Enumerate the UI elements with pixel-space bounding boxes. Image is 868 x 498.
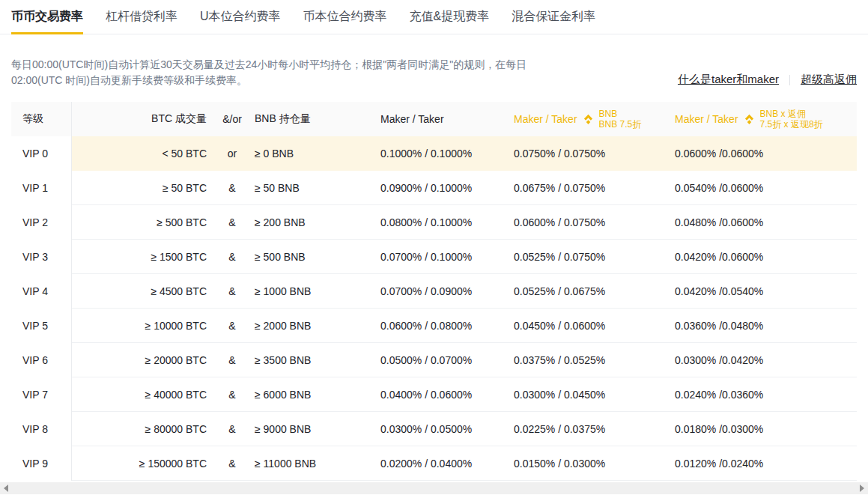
btc-volume-cell: ≥ 40000 BTC — [72, 389, 216, 401]
maker-taker-fee-cell: 0.0800% / 0.1000% — [374, 216, 508, 228]
maker-taker-fee-cell: 0.0400% / 0.0600% — [374, 389, 508, 401]
tab-portfolio-margin-rate[interactable]: 混合保证金利率 — [512, 0, 595, 34]
header-maker-taker: Maker / Taker — [374, 113, 508, 125]
header-btc-volume: BTC 成交量 — [72, 112, 216, 126]
table-row: VIP 3 ≥ 1500 BTC & ≥ 500 BNB 0.0700% / 0… — [11, 240, 857, 274]
bnb-holding-cell: ≥ 1000 BNB — [249, 285, 374, 297]
tab-spot-fee[interactable]: 币币交易费率 — [11, 0, 83, 34]
table-row: VIP 1 ≥ 50 BTC & ≥ 50 BNB 0.0900% / 0.10… — [11, 171, 857, 205]
bnb-discount-fee-cell: 0.0525% / 0.0750% — [508, 251, 669, 263]
scroll-left-arrow[interactable] — [0, 482, 12, 494]
and-or-cell: & — [216, 423, 249, 435]
bnb-holding-cell: ≥ 3500 BNB — [249, 354, 374, 366]
vip-level-cell: VIP 0 — [11, 136, 72, 171]
and-or-cell: or — [216, 136, 249, 171]
maker-taker-label: Maker / Taker — [514, 113, 577, 125]
bnb-rebate-fee-cell: 0.0420% /0.0600% — [669, 251, 857, 263]
bnb-holding-cell: ≥ 0 BNB — [249, 136, 374, 171]
bnb-discount-fee-cell: 0.0600% / 0.0750% — [508, 216, 669, 228]
header-and-or: &/or — [216, 113, 249, 125]
tab-deposit-withdraw-fee[interactable]: 充值&提现费率 — [410, 0, 490, 34]
bnb-rebate-fee-cell: 0.0360% /0.0480% — [669, 320, 857, 332]
maker-taker-fee-cell: 0.1000% / 0.1000% — [374, 136, 508, 171]
table-body: VIP 0 < 50 BTC or ≥ 0 BNB 0.1000% / 0.10… — [11, 136, 857, 481]
maker-taker-fee-cell: 0.0300% / 0.0500% — [374, 423, 508, 435]
scroll-right-arrow[interactable] — [856, 482, 868, 494]
maker-taker-label: Maker / Taker — [675, 113, 738, 125]
bnb-holding-cell: ≥ 11000 BNB — [249, 458, 374, 470]
btc-volume-cell: < 50 BTC — [72, 136, 216, 171]
and-or-cell: & — [216, 389, 249, 401]
btc-volume-cell: ≥ 4500 BTC — [72, 285, 216, 297]
bnb-holding-cell: ≥ 2000 BNB — [249, 320, 374, 332]
fee-rule-description: 每日00:00(UTC时间)自动计算近30天交易量及过去24小时每小时平均持仓；… — [11, 57, 535, 88]
table-row: VIP 5 ≥ 10000 BTC & ≥ 2000 BNB 0.0600% /… — [11, 309, 857, 343]
vip-level-cell: VIP 4 — [11, 274, 72, 309]
vip-level-cell: VIP 2 — [11, 205, 72, 240]
bnb-holding-cell: ≥ 50 BNB — [249, 182, 374, 194]
vip-level-cell: VIP 9 — [11, 446, 72, 481]
vip-fee-table: 等级 BTC 成交量 &/or BNB 持仓量 Maker / Taker Ma… — [11, 102, 857, 481]
bnb-discount-fee-cell: 0.0750% / 0.0750% — [508, 136, 669, 171]
what-is-taker-maker-link[interactable]: 什么是taker和maker — [678, 73, 779, 87]
btc-volume-cell: ≥ 150000 BTC — [72, 458, 216, 470]
bnb-discount-fee-cell: 0.0450% / 0.0600% — [508, 320, 669, 332]
btc-volume-cell: ≥ 50 BTC — [72, 182, 216, 194]
spot-fee-page: 币币交易费率 杠杆借贷利率 U本位合约费率 币本位合约费率 充值&提现费率 混合… — [0, 0, 868, 498]
vip-level-cell: VIP 1 — [11, 171, 72, 205]
bnb-holding-cell: ≥ 500 BNB — [249, 251, 374, 263]
vip-level-cell: VIP 5 — [11, 309, 72, 343]
help-links: 什么是taker和maker 超级高返佣 — [678, 73, 857, 88]
bnb-rebate-fee-cell: 0.0120% /0.0240% — [669, 458, 857, 470]
table-row: VIP 6 ≥ 20000 BTC & ≥ 3500 BNB 0.0500% /… — [11, 343, 857, 377]
header-maker-taker-bnb-rebate: Maker / Taker BNB x 返佣 7.5折 x 返现8折 — [669, 109, 857, 130]
maker-taker-fee-cell: 0.0200% / 0.0400% — [374, 458, 508, 470]
and-or-cell: & — [216, 216, 249, 228]
bnb-holding-cell: ≥ 9000 BNB — [249, 423, 374, 435]
table-row: VIP 7 ≥ 40000 BTC & ≥ 6000 BNB 0.0400% /… — [11, 377, 857, 412]
bnb-rebate-fee-cell: 0.0240% /0.0360% — [669, 389, 857, 401]
table-row: VIP 4 ≥ 4500 BTC & ≥ 1000 BNB 0.0700% / … — [11, 274, 857, 309]
and-or-cell: & — [216, 251, 249, 263]
and-or-cell: & — [216, 354, 249, 366]
description-row: 每日00:00(UTC时间)自动计算近30天交易量及过去24小时每小时平均持仓；… — [11, 57, 857, 88]
and-or-cell: & — [216, 182, 249, 194]
bnb-rebate-fee-cell: 0.0540% /0.0600% — [669, 182, 857, 194]
maker-taker-fee-cell: 0.0700% / 0.1000% — [374, 251, 508, 263]
and-or-cell: & — [216, 458, 249, 470]
maker-taker-fee-cell: 0.0500% / 0.0700% — [374, 354, 508, 366]
bnb-icon — [582, 113, 595, 126]
bnb-holding-cell: ≥ 6000 BNB — [249, 389, 374, 401]
bnb-discount-fee-cell: 0.0375% / 0.0525% — [508, 354, 669, 366]
header-maker-taker-bnb-discount: Maker / Taker BNB BNB 7.5折 — [508, 109, 669, 130]
vip-level-cell: VIP 7 — [11, 377, 72, 412]
btc-volume-cell: ≥ 500 BTC — [72, 216, 216, 228]
maker-taker-fee-cell: 0.0900% / 0.1000% — [374, 182, 508, 194]
vip-level-cell: VIP 3 — [11, 240, 72, 274]
bnb-discount-caption: BNB BNB 7.5折 — [599, 109, 642, 130]
btc-volume-cell: ≥ 10000 BTC — [72, 320, 216, 332]
bnb-holding-cell: ≥ 200 BNB — [249, 216, 374, 228]
maker-taker-fee-cell: 0.0600% / 0.0800% — [374, 320, 508, 332]
bnb-rebate-caption: BNB x 返佣 7.5折 x 返现8折 — [760, 109, 823, 130]
bnb-discount-fee-cell: 0.0300% / 0.0450% — [508, 389, 669, 401]
horizontal-scrollbar[interactable] — [0, 482, 868, 494]
left-triangle-icon — [4, 485, 8, 492]
table-row: VIP 9 ≥ 150000 BTC & ≥ 11000 BNB 0.0200%… — [11, 446, 857, 481]
table-row: VIP 2 ≥ 500 BTC & ≥ 200 BNB 0.0800% / 0.… — [11, 205, 857, 240]
maker-taker-fee-cell: 0.0700% / 0.0900% — [374, 285, 508, 297]
bnb-rebate-fee-cell: 0.0420% /0.0540% — [669, 285, 857, 297]
and-or-cell: & — [216, 320, 249, 332]
header-level: 等级 — [11, 102, 72, 136]
bnb-rebate-fee-cell: 0.0180% /0.0300% — [669, 423, 857, 435]
table-header-row: 等级 BTC 成交量 &/or BNB 持仓量 Maker / Taker Ma… — [11, 102, 857, 136]
bnb-rebate-fee-cell: 0.0480% /0.0600% — [669, 216, 857, 228]
bnb-rebate-fee-cell: 0.0600% /0.0600% — [669, 136, 857, 171]
bnb-rebate-fee-cell: 0.0300% /0.0420% — [669, 354, 857, 366]
bnb-discount-fee-cell: 0.0525% / 0.0675% — [508, 285, 669, 297]
tab-coinm-futures-fee[interactable]: 币本位合约费率 — [303, 0, 387, 34]
bnb-discount-fee-cell: 0.0150% / 0.0300% — [508, 458, 669, 470]
tab-margin-interest[interactable]: 杠杆借贷利率 — [106, 0, 177, 34]
tab-usdm-futures-fee[interactable]: U本位合约费率 — [200, 0, 281, 34]
super-rebate-link[interactable]: 超级高返佣 — [801, 73, 857, 87]
